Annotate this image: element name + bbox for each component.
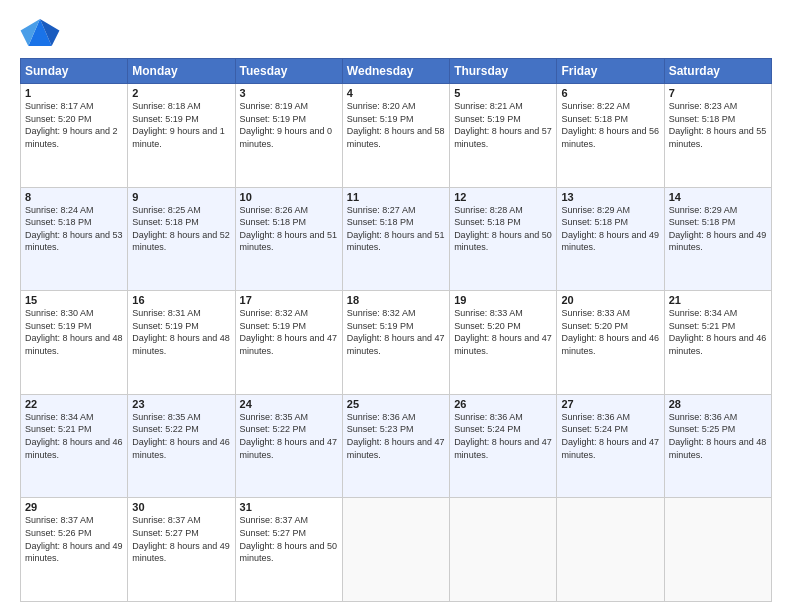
page: SundayMondayTuesdayWednesdayThursdayFrid… [0, 0, 792, 612]
day-cell: 28Sunrise: 8:36 AM Sunset: 5:25 PM Dayli… [664, 394, 771, 498]
day-number: 4 [347, 87, 445, 99]
day-info: Sunrise: 8:34 AM Sunset: 5:21 PM Dayligh… [669, 307, 767, 357]
day-info: Sunrise: 8:37 AM Sunset: 5:26 PM Dayligh… [25, 514, 123, 564]
day-info: Sunrise: 8:37 AM Sunset: 5:27 PM Dayligh… [240, 514, 338, 564]
day-number: 13 [561, 191, 659, 203]
logo [20, 15, 64, 50]
day-info: Sunrise: 8:33 AM Sunset: 5:20 PM Dayligh… [454, 307, 552, 357]
day-cell: 27Sunrise: 8:36 AM Sunset: 5:24 PM Dayli… [557, 394, 664, 498]
day-number: 12 [454, 191, 552, 203]
day-info: Sunrise: 8:36 AM Sunset: 5:25 PM Dayligh… [669, 411, 767, 461]
day-header-tuesday: Tuesday [235, 59, 342, 84]
day-number: 26 [454, 398, 552, 410]
day-cell: 6Sunrise: 8:22 AM Sunset: 5:18 PM Daylig… [557, 84, 664, 188]
day-cell: 21Sunrise: 8:34 AM Sunset: 5:21 PM Dayli… [664, 291, 771, 395]
day-info: Sunrise: 8:23 AM Sunset: 5:18 PM Dayligh… [669, 100, 767, 150]
day-number: 5 [454, 87, 552, 99]
day-number: 6 [561, 87, 659, 99]
day-cell: 24Sunrise: 8:35 AM Sunset: 5:22 PM Dayli… [235, 394, 342, 498]
day-cell: 18Sunrise: 8:32 AM Sunset: 5:19 PM Dayli… [342, 291, 449, 395]
day-info: Sunrise: 8:37 AM Sunset: 5:27 PM Dayligh… [132, 514, 230, 564]
day-number: 8 [25, 191, 123, 203]
day-number: 7 [669, 87, 767, 99]
day-number: 15 [25, 294, 123, 306]
day-info: Sunrise: 8:17 AM Sunset: 5:20 PM Dayligh… [25, 100, 123, 150]
day-cell: 16Sunrise: 8:31 AM Sunset: 5:19 PM Dayli… [128, 291, 235, 395]
day-info: Sunrise: 8:21 AM Sunset: 5:19 PM Dayligh… [454, 100, 552, 150]
day-number: 28 [669, 398, 767, 410]
week-row-4: 22Sunrise: 8:34 AM Sunset: 5:21 PM Dayli… [21, 394, 772, 498]
day-number: 29 [25, 501, 123, 513]
day-info: Sunrise: 8:19 AM Sunset: 5:19 PM Dayligh… [240, 100, 338, 150]
day-info: Sunrise: 8:36 AM Sunset: 5:24 PM Dayligh… [561, 411, 659, 461]
day-info: Sunrise: 8:29 AM Sunset: 5:18 PM Dayligh… [669, 204, 767, 254]
day-info: Sunrise: 8:29 AM Sunset: 5:18 PM Dayligh… [561, 204, 659, 254]
day-number: 24 [240, 398, 338, 410]
day-number: 1 [25, 87, 123, 99]
day-info: Sunrise: 8:20 AM Sunset: 5:19 PM Dayligh… [347, 100, 445, 150]
day-number: 21 [669, 294, 767, 306]
day-header-friday: Friday [557, 59, 664, 84]
day-info: Sunrise: 8:27 AM Sunset: 5:18 PM Dayligh… [347, 204, 445, 254]
day-cell [557, 498, 664, 602]
day-header-wednesday: Wednesday [342, 59, 449, 84]
day-number: 11 [347, 191, 445, 203]
day-number: 2 [132, 87, 230, 99]
day-cell: 30Sunrise: 8:37 AM Sunset: 5:27 PM Dayli… [128, 498, 235, 602]
day-cell: 23Sunrise: 8:35 AM Sunset: 5:22 PM Dayli… [128, 394, 235, 498]
day-number: 25 [347, 398, 445, 410]
day-cell: 9Sunrise: 8:25 AM Sunset: 5:18 PM Daylig… [128, 187, 235, 291]
day-cell: 14Sunrise: 8:29 AM Sunset: 5:18 PM Dayli… [664, 187, 771, 291]
day-header-sunday: Sunday [21, 59, 128, 84]
day-number: 14 [669, 191, 767, 203]
day-header-monday: Monday [128, 59, 235, 84]
day-cell: 10Sunrise: 8:26 AM Sunset: 5:18 PM Dayli… [235, 187, 342, 291]
day-info: Sunrise: 8:32 AM Sunset: 5:19 PM Dayligh… [240, 307, 338, 357]
day-cell [664, 498, 771, 602]
day-info: Sunrise: 8:24 AM Sunset: 5:18 PM Dayligh… [25, 204, 123, 254]
week-row-1: 1Sunrise: 8:17 AM Sunset: 5:20 PM Daylig… [21, 84, 772, 188]
calendar-table: SundayMondayTuesdayWednesdayThursdayFrid… [20, 58, 772, 602]
day-cell: 22Sunrise: 8:34 AM Sunset: 5:21 PM Dayli… [21, 394, 128, 498]
day-info: Sunrise: 8:30 AM Sunset: 5:19 PM Dayligh… [25, 307, 123, 357]
day-info: Sunrise: 8:35 AM Sunset: 5:22 PM Dayligh… [132, 411, 230, 461]
day-number: 3 [240, 87, 338, 99]
day-cell: 13Sunrise: 8:29 AM Sunset: 5:18 PM Dayli… [557, 187, 664, 291]
day-cell: 29Sunrise: 8:37 AM Sunset: 5:26 PM Dayli… [21, 498, 128, 602]
day-number: 19 [454, 294, 552, 306]
day-cell [342, 498, 449, 602]
day-cell: 3Sunrise: 8:19 AM Sunset: 5:19 PM Daylig… [235, 84, 342, 188]
day-info: Sunrise: 8:32 AM Sunset: 5:19 PM Dayligh… [347, 307, 445, 357]
day-info: Sunrise: 8:18 AM Sunset: 5:19 PM Dayligh… [132, 100, 230, 150]
logo-icon [20, 15, 60, 50]
day-cell: 20Sunrise: 8:33 AM Sunset: 5:20 PM Dayli… [557, 291, 664, 395]
week-row-3: 15Sunrise: 8:30 AM Sunset: 5:19 PM Dayli… [21, 291, 772, 395]
day-number: 17 [240, 294, 338, 306]
day-cell: 12Sunrise: 8:28 AM Sunset: 5:18 PM Dayli… [450, 187, 557, 291]
day-cell: 2Sunrise: 8:18 AM Sunset: 5:19 PM Daylig… [128, 84, 235, 188]
week-row-2: 8Sunrise: 8:24 AM Sunset: 5:18 PM Daylig… [21, 187, 772, 291]
day-number: 23 [132, 398, 230, 410]
day-header-saturday: Saturday [664, 59, 771, 84]
day-info: Sunrise: 8:28 AM Sunset: 5:18 PM Dayligh… [454, 204, 552, 254]
day-cell: 11Sunrise: 8:27 AM Sunset: 5:18 PM Dayli… [342, 187, 449, 291]
day-number: 31 [240, 501, 338, 513]
day-number: 9 [132, 191, 230, 203]
day-cell: 5Sunrise: 8:21 AM Sunset: 5:19 PM Daylig… [450, 84, 557, 188]
day-info: Sunrise: 8:36 AM Sunset: 5:24 PM Dayligh… [454, 411, 552, 461]
day-info: Sunrise: 8:36 AM Sunset: 5:23 PM Dayligh… [347, 411, 445, 461]
day-info: Sunrise: 8:26 AM Sunset: 5:18 PM Dayligh… [240, 204, 338, 254]
day-info: Sunrise: 8:22 AM Sunset: 5:18 PM Dayligh… [561, 100, 659, 150]
day-cell: 8Sunrise: 8:24 AM Sunset: 5:18 PM Daylig… [21, 187, 128, 291]
day-cell: 26Sunrise: 8:36 AM Sunset: 5:24 PM Dayli… [450, 394, 557, 498]
day-info: Sunrise: 8:35 AM Sunset: 5:22 PM Dayligh… [240, 411, 338, 461]
day-number: 10 [240, 191, 338, 203]
day-number: 20 [561, 294, 659, 306]
day-cell: 1Sunrise: 8:17 AM Sunset: 5:20 PM Daylig… [21, 84, 128, 188]
day-cell: 19Sunrise: 8:33 AM Sunset: 5:20 PM Dayli… [450, 291, 557, 395]
day-header-thursday: Thursday [450, 59, 557, 84]
day-info: Sunrise: 8:34 AM Sunset: 5:21 PM Dayligh… [25, 411, 123, 461]
header [20, 15, 772, 50]
day-cell: 7Sunrise: 8:23 AM Sunset: 5:18 PM Daylig… [664, 84, 771, 188]
day-number: 27 [561, 398, 659, 410]
